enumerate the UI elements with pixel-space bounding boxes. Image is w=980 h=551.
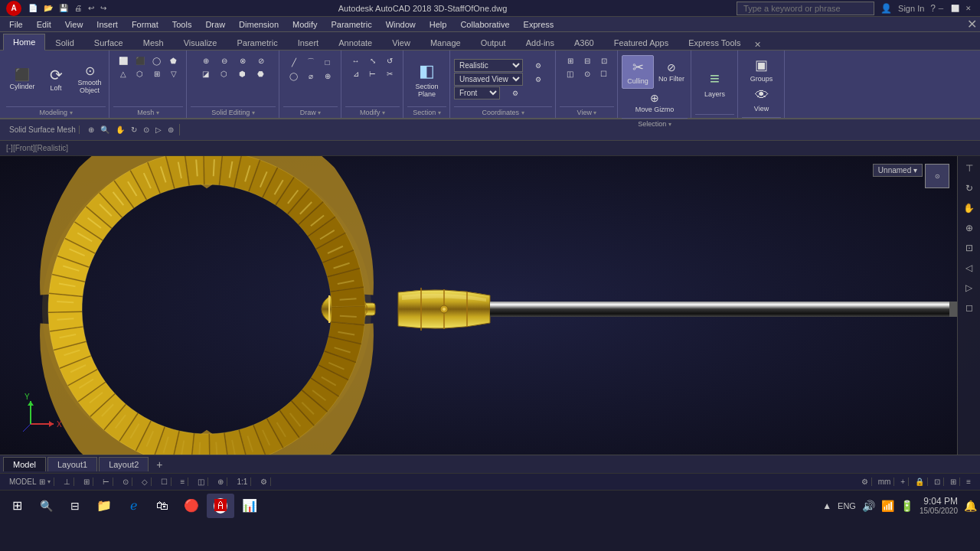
view-label-dropdown[interactable]: Unnamed ▾ (873, 164, 923, 177)
close-drawing-btn[interactable]: ✕ (967, 17, 977, 31)
orbit-btn[interactable]: ↻ (129, 124, 139, 135)
menu-view[interactable]: View (59, 18, 90, 31)
viewport-settings-btn[interactable]: ⚙ (501, 89, 529, 98)
start-button[interactable]: ⊞ (3, 494, 31, 518)
viewport-dropdown[interactable]: Front Top Left (454, 86, 500, 99)
view-icon-btn-2[interactable]: ⊟ (580, 55, 595, 67)
modify-btn-6[interactable]: ✂ (382, 68, 397, 80)
groups-button[interactable]: ▣ Groups (747, 55, 776, 84)
network-icon[interactable]: 📶 (881, 500, 894, 512)
isolate-objects-btn[interactable]: ⊡ (931, 478, 944, 486)
modify-btn-1[interactable]: ↔ (348, 55, 364, 67)
nav-extents-btn[interactable]: ⊡ (960, 239, 978, 257)
restore-btn[interactable]: ⬜ (949, 3, 960, 14)
solid-edit-btn-5[interactable]: ◪ (198, 68, 214, 80)
tab-a360[interactable]: A360 (564, 34, 604, 51)
modify-btn-2[interactable]: ⤡ (365, 55, 381, 67)
menu-draw[interactable]: Draw (199, 18, 231, 31)
fullscreen-btn[interactable]: ⊞ (947, 478, 960, 486)
mesh-btn-4[interactable]: ⬟ (166, 55, 181, 67)
section-plane-button[interactable]: ◧ SectionPlane (411, 58, 443, 101)
modify-btn-3[interactable]: ↺ (382, 55, 397, 67)
show-motion-btn[interactable]: ▷ (153, 124, 164, 135)
solid-edit-btn-3[interactable]: ⊗ (234, 55, 251, 67)
tab-mesh[interactable]: Mesh (133, 34, 174, 51)
taskbar-up-arrow[interactable]: ▲ (822, 500, 831, 511)
search-taskbar-button[interactable]: 🔍 (32, 494, 60, 518)
tab-output[interactable]: Output (471, 34, 516, 51)
solid-edit-btn-4[interactable]: ⊘ (253, 55, 270, 67)
view-style-settings-btn[interactable]: ⚙ (524, 59, 552, 72)
view-style-dropdown[interactable]: Realistic Wireframe Conceptual (454, 59, 523, 72)
menu-edit[interactable]: Edit (31, 18, 57, 31)
units-icon[interactable]: mm (875, 478, 895, 486)
view-icon-btn-4[interactable]: ◫ (563, 68, 578, 80)
view-name-settings-btn[interactable]: ⚙ (524, 73, 552, 86)
nav-window-btn[interactable]: ◻ (960, 298, 978, 317)
tab-insert[interactable]: Insert (288, 34, 329, 51)
smooth-object-button[interactable]: ⊙ SmoothObject (74, 62, 106, 97)
cylinder-button[interactable]: ⬛ Cylinder (6, 66, 38, 93)
mesh-btn-3[interactable]: ◯ (149, 55, 165, 67)
help-icon[interactable]: ? (930, 3, 936, 14)
photos-button[interactable]: 🔴 (178, 494, 205, 518)
solid-edit-btn-7[interactable]: ⬢ (234, 68, 251, 80)
tab-model[interactable]: Model (3, 457, 46, 471)
save-btn[interactable]: 💾 (57, 3, 70, 13)
menu-tools[interactable]: Tools (166, 18, 198, 31)
loft-button[interactable]: ⟳ Loft (40, 64, 72, 95)
tab-home[interactable]: Home (3, 34, 45, 51)
grid-btn[interactable]: ⊞ (80, 478, 93, 486)
task-view-button[interactable]: ⊟ (61, 494, 89, 518)
add-layout-btn[interactable]: + (150, 456, 168, 473)
draw-btn-3[interactable]: □ (320, 55, 335, 69)
view-btn-right[interactable]: 👁 View (748, 86, 776, 114)
transparency-btn[interactable]: ◫ (194, 478, 208, 486)
canvas-area[interactable]: X Y ⊙ Unnamed ▾ ⊤ ↻ ✋ ⊕ ⊡ ◁ ▷ ◻ (0, 156, 980, 455)
view-icon-btn-5[interactable]: ⊙ (580, 68, 595, 80)
menu-file[interactable]: File (3, 18, 29, 31)
close-ribbon-btn[interactable]: ✕ (754, 40, 761, 50)
culling-button[interactable]: ✂ Culling (622, 55, 654, 89)
new-btn[interactable]: 📄 (26, 3, 40, 13)
autocad-taskbar-button[interactable]: 🅰 (207, 494, 234, 518)
nav-hand-btn[interactable]: ✋ (960, 199, 978, 217)
tab-solid[interactable]: Solid (45, 34, 83, 51)
notifications-icon[interactable]: 🔔 (964, 500, 977, 512)
menu-parametric[interactable]: Parametric (325, 18, 377, 31)
mesh-btn-5[interactable]: △ (116, 68, 131, 80)
menu-format[interactable]: Format (126, 18, 165, 31)
steering-wheel-btn[interactable]: ⊚ (165, 124, 176, 135)
modify-btn-4[interactable]: ⊿ (348, 68, 364, 80)
tab-layout2[interactable]: Layout2 (99, 457, 149, 471)
toolbar-lock-btn[interactable]: 🔒 (912, 478, 928, 486)
file-explorer-button[interactable]: 📁 (90, 494, 118, 518)
view-name-dropdown[interactable]: Unsaved View (454, 73, 523, 86)
lineweight-btn[interactable]: ≡ (178, 478, 189, 486)
snap-btn[interactable]: ⊥ (60, 478, 74, 486)
nav-wheel-btn[interactable]: ⊙ (141, 124, 152, 135)
solid-edit-btn-8[interactable]: ⬣ (253, 68, 270, 80)
tab-featured[interactable]: Featured Apps (604, 34, 679, 51)
solid-edit-btn-2[interactable]: ⊖ (216, 55, 233, 67)
view-icon-btn-6[interactable]: ☐ (596, 68, 612, 80)
view-icon-btn-1[interactable]: ⊞ (563, 55, 578, 67)
draw-btn-2[interactable]: ⌒ (303, 55, 318, 69)
tab-visualize[interactable]: Visualize (174, 34, 227, 51)
battery-icon[interactable]: 🔋 (900, 500, 913, 512)
menu-dimension[interactable]: Dimension (233, 18, 285, 31)
zoom-extents-btn[interactable]: ⊕ (86, 124, 96, 135)
workspace-settings-btn[interactable]: ⚙ (858, 478, 872, 486)
nav-top-btn[interactable]: ⊤ (960, 159, 978, 178)
annotation-vis-btn[interactable]: ⚙ (257, 478, 271, 486)
ortho-btn[interactable]: ⊢ (100, 478, 113, 486)
custom-ui-btn[interactable]: ≡ (963, 478, 974, 486)
tab-view[interactable]: View (382, 34, 420, 51)
tab-parametric[interactable]: Parametric (227, 34, 287, 51)
tab-surface[interactable]: Surface (84, 34, 133, 51)
edge-browser-button[interactable]: ℯ (119, 494, 147, 518)
tab-express[interactable]: Express Tools (678, 34, 750, 51)
print-btn[interactable]: 🖨 (72, 3, 84, 13)
nav-zoom-btn[interactable]: ⊕ (960, 219, 978, 237)
lang-indicator[interactable]: ENG (838, 501, 856, 510)
